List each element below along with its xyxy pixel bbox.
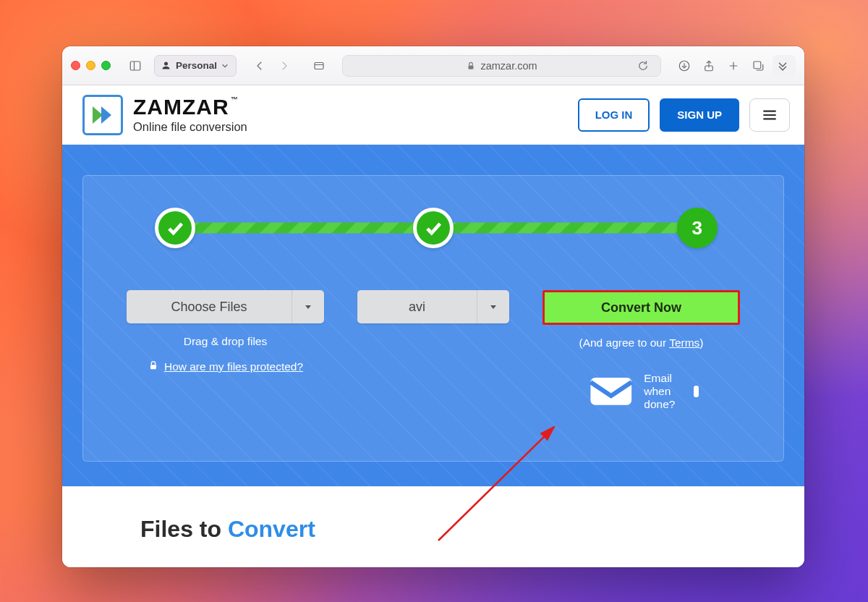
brand[interactable]: ZAMZAR™ Online file conversion: [82, 95, 247, 135]
step-2-complete: [413, 208, 454, 248]
minimize-window-button[interactable]: [86, 61, 95, 70]
sidebar-toggle-button[interactable]: [124, 55, 147, 77]
address-bar-url: zamzar.com: [480, 60, 537, 72]
back-button[interactable]: [248, 55, 271, 77]
step-3-label: 3: [692, 217, 702, 239]
signup-button[interactable]: SIGN UP: [660, 98, 739, 132]
svg-rect-0: [130, 62, 140, 70]
caret-down-icon: [489, 302, 498, 311]
trademark-symbol: ™: [231, 96, 239, 103]
progress-stepper: 3: [153, 208, 714, 248]
mail-icon: [584, 364, 639, 419]
choose-files-picker[interactable]: Choose Files: [127, 290, 324, 323]
check-icon: [423, 218, 443, 238]
hero-section: 3 Choose Files Drag & drop files: [62, 145, 804, 486]
brand-title: ZAMZAR™: [133, 96, 247, 118]
fullscreen-window-button[interactable]: [101, 61, 111, 70]
convert-now-label: Convert Now: [601, 300, 681, 315]
chevron-down-icon: [221, 62, 229, 69]
email-when-done-label: Email when done?: [644, 372, 687, 411]
agree-terms-line: (And agree to our Terms): [579, 336, 703, 349]
format-selected: avi: [357, 290, 477, 323]
menu-button[interactable]: [749, 98, 790, 132]
terms-link[interactable]: Terms: [669, 336, 699, 349]
svg-rect-3: [315, 62, 323, 69]
email-when-done-checkbox[interactable]: [694, 386, 699, 397]
window-controls: [71, 61, 111, 70]
svg-rect-5: [469, 65, 474, 69]
svg-rect-10: [754, 62, 761, 69]
svg-rect-14: [150, 365, 156, 369]
check-icon: [165, 218, 185, 238]
profile-label: Personal: [176, 60, 217, 71]
profile-selector[interactable]: Personal: [154, 55, 237, 77]
reload-button[interactable]: [631, 55, 655, 77]
convert-now-button[interactable]: Convert Now: [542, 290, 740, 325]
brand-logo-icon: [82, 95, 123, 135]
choose-files-label: Choose Files: [127, 290, 292, 323]
website-settings-button[interactable]: [307, 55, 331, 77]
caret-down-icon: [304, 302, 312, 311]
email-when-done-row: Email when done?: [584, 364, 699, 419]
browser-toolbar: Personal zamzar.com: [62, 46, 804, 85]
drag-drop-hint: Drag & drop files: [184, 335, 267, 348]
new-tab-button[interactable]: [722, 55, 745, 77]
tab-overview-button[interactable]: [746, 55, 770, 77]
login-button[interactable]: LOG IN: [578, 98, 650, 132]
downloads-button[interactable]: [673, 55, 696, 77]
files-to-convert-heading: Files to Convert: [140, 516, 804, 543]
lock-icon: [148, 360, 159, 374]
step-3-current: 3: [677, 208, 718, 248]
format-dropdown[interactable]: [477, 290, 509, 323]
forward-button[interactable]: [273, 55, 296, 77]
site-header: ZAMZAR™ Online file conversion LOG IN SI…: [62, 85, 804, 145]
svg-rect-15: [590, 378, 631, 405]
converter-card: 3 Choose Files Drag & drop files: [82, 175, 784, 462]
close-window-button[interactable]: [71, 61, 80, 70]
address-bar[interactable]: zamzar.com: [342, 55, 661, 77]
svg-point-2: [164, 62, 168, 66]
step-1-complete: [155, 208, 195, 248]
lock-icon: [466, 61, 476, 71]
files-to-convert-section: Files to Convert: [62, 486, 804, 567]
action-row: Choose Files Drag & drop files How are m…: [127, 290, 740, 419]
safari-window: Personal zamzar.com: [62, 46, 804, 567]
format-picker[interactable]: avi: [357, 290, 509, 323]
files-protected-link[interactable]: How are my files protected?: [148, 360, 303, 374]
brand-subtitle: Online file conversion: [133, 121, 247, 133]
choose-files-dropdown[interactable]: [292, 290, 324, 323]
share-button[interactable]: [697, 55, 720, 77]
toolbar-overflow-button[interactable]: [771, 55, 794, 77]
